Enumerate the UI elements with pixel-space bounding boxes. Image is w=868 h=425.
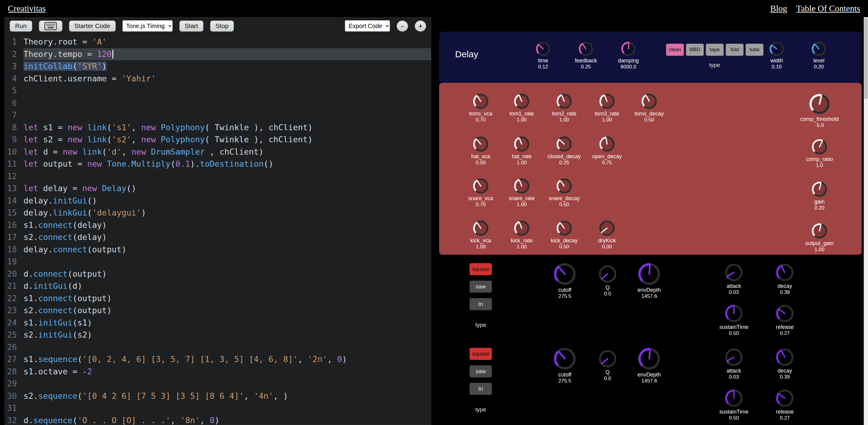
token-pl: (: [170, 159, 176, 169]
knob-closed_decay[interactable]: closed_decay0.25: [543, 135, 585, 165]
knob-tom1_rate[interactable]: tom1_rate1.00: [501, 93, 543, 123]
code-line-27[interactable]: 27s1.sequence('[0, 2, 4, 6] [3, 5, 7] [1…: [5, 353, 431, 366]
wave-button-saw-voice-2[interactable]: saw: [470, 365, 492, 377]
delay-type-tape[interactable]: tape: [706, 44, 724, 56]
code-line-5[interactable]: 5: [5, 85, 431, 97]
wave-button-square-voice-2[interactable]: square: [470, 348, 492, 360]
knob-tom2_rate[interactable]: tom2_rate1.00: [543, 93, 585, 123]
knob-width[interactable]: width0.10: [755, 41, 798, 70]
knob-envDepth[interactable]: envDepth1457.6: [628, 262, 670, 299]
knob-decay[interactable]: decay0.39: [764, 263, 806, 295]
code-line-16[interactable]: 16s1.connect(delay): [5, 219, 431, 232]
code-line-32[interactable]: 32d.sequence('O . . O [O] . . .', '8n', …: [5, 415, 431, 425]
knob-Q[interactable]: Q0.0: [587, 264, 629, 297]
knob-toms_vca[interactable]: toms_vca0.70: [460, 93, 502, 123]
blog-link[interactable]: Blog: [770, 4, 787, 13]
code-line-29[interactable]: 29: [5, 378, 431, 390]
code-line-26[interactable]: 26: [5, 341, 431, 354]
knob-toms_decay[interactable]: toms_decay0.50: [628, 93, 670, 123]
knob-kick_vca[interactable]: kick_vca1.00: [460, 220, 502, 250]
knob-hat_rate[interactable]: hat_rate1.00: [501, 135, 543, 165]
knob-Q[interactable]: Q0.0: [587, 349, 629, 381]
knob-kick_decay[interactable]: kick_decay0.50: [543, 220, 585, 250]
wave-button-saw-voice-1[interactable]: saw: [470, 281, 492, 293]
code-line-2[interactable]: 2Theory.tempo = 120: [5, 48, 431, 61]
knob-damping[interactable]: damping6000.0: [607, 41, 650, 70]
wave-button-tri-voice-1[interactable]: tri: [470, 298, 492, 310]
knob-time[interactable]: time0.12: [522, 41, 564, 70]
knob-envDepth[interactable]: envDepth1457.6: [628, 346, 670, 384]
code-line-19[interactable]: 19: [5, 255, 431, 268]
code-line-11[interactable]: 11let output = new Tone.Multiply(0.1).to…: [5, 158, 431, 170]
knob-attack[interactable]: attack0.03: [713, 347, 755, 380]
knob-tom3_rate[interactable]: tom3_rate1.00: [586, 93, 628, 123]
code-line-31[interactable]: 31: [5, 402, 431, 415]
knob-hat_vca[interactable]: hat_vca0.50: [460, 135, 502, 165]
knob-comp_threshold[interactable]: comp_threshold-5.0: [798, 93, 841, 128]
knob-value: -5.0: [815, 122, 824, 128]
code-area[interactable]: 1Theory.root = 'A'2Theory.tempo = 1203in…: [5, 35, 431, 425]
knob-release[interactable]: release0.27: [764, 304, 806, 336]
knob-release[interactable]: release0.27: [764, 389, 806, 421]
stop-button[interactable]: Stop: [210, 21, 234, 32]
delay-type-BBD[interactable]: BBD: [686, 44, 704, 56]
code-line-21[interactable]: 21d.initGui(d): [5, 280, 431, 292]
knob-feedback[interactable]: feedback0.25: [565, 41, 607, 70]
code-line-12[interactable]: 12: [5, 170, 431, 183]
code-line-4[interactable]: 4chClient.username = 'Yahir': [5, 73, 431, 85]
code-line-24[interactable]: 24s1.initGui(s1): [5, 317, 431, 329]
code-line-23[interactable]: 23s2.connect(output): [5, 304, 431, 317]
code-line-17[interactable]: 17s2.connect(delay): [5, 231, 431, 244]
code-line-10[interactable]: 10let d = new link('d', new DrumSampler …: [5, 146, 431, 158]
wave-button-square-voice-1[interactable]: square: [470, 263, 492, 275]
code-line-content: s2.connect(delay): [24, 231, 431, 244]
knob-output_gain[interactable]: output_gain1.00: [798, 222, 841, 252]
code-line-22[interactable]: 22s1.connect(output): [5, 292, 431, 305]
knob-attack[interactable]: attack0.03: [713, 263, 755, 295]
knob-cutoff[interactable]: cutoff275.5: [544, 346, 586, 384]
knob-cutoff[interactable]: cutoff275.5: [544, 262, 586, 299]
run-button[interactable]: Run: [10, 21, 32, 32]
code-line-7[interactable]: 7: [5, 109, 431, 121]
code-line-8[interactable]: 8let s1 = new link('s1', new Polyphony( …: [5, 121, 431, 134]
code-line-3[interactable]: 3initCollab('SYR'): [5, 60, 431, 73]
wave-button-tri-voice-2[interactable]: tri: [470, 383, 492, 395]
knob-sustainTime[interactable]: sustainTime0.50: [713, 304, 755, 336]
code-line-14[interactable]: 14delay.initGui(): [5, 195, 431, 207]
knob-open_decay[interactable]: open_decay0.75: [586, 135, 628, 165]
start-button[interactable]: Start: [179, 21, 204, 32]
brand-link[interactable]: Creativitas: [8, 4, 46, 13]
code-line-18[interactable]: 18delay.connect(output): [5, 244, 431, 256]
knob-snare_rate[interactable]: snare_rate1.00: [501, 178, 543, 207]
token-num: 2: [87, 367, 92, 376]
knob-snare_decay[interactable]: snare_decay0.50: [543, 178, 585, 207]
delay-type-fold[interactable]: fold: [726, 44, 744, 56]
knob-level[interactable]: level0.20: [798, 41, 840, 70]
knob-gain[interactable]: gain0.20: [798, 181, 841, 211]
scrollbar[interactable]: [864, 17, 868, 425]
scrollbar-thumb[interactable]: [864, 18, 868, 99]
code-line-28[interactable]: 28s1.octave = -2: [5, 366, 431, 378]
starter-code-button[interactable]: Starter Code: [69, 21, 116, 32]
code-line-1[interactable]: 1Theory.root = 'A': [5, 36, 431, 48]
knob-comp_ratio[interactable]: comp_ratio1.0: [798, 138, 841, 168]
code-line-9[interactable]: 9let s2 = new link('s2', new Polyphony( …: [5, 133, 431, 146]
minus-button[interactable]: -: [397, 21, 408, 32]
code-line-25[interactable]: 25s2.initGui(s2): [5, 329, 431, 341]
knob-dryKick[interactable]: dryKick0.00: [586, 220, 628, 250]
code-line-20[interactable]: 20d.connect(output): [5, 268, 431, 280]
toc-link[interactable]: Table Of Contents: [796, 4, 860, 13]
knob-decay[interactable]: decay0.39: [764, 347, 806, 380]
keyboard-button[interactable]: [39, 21, 62, 32]
export-select[interactable]: Export Code: [345, 20, 390, 32]
code-line-13[interactable]: 13let delay = new Delay(): [5, 182, 431, 195]
knob-sustainTime[interactable]: sustainTime0.50: [713, 389, 755, 421]
knob-snare_vca[interactable]: snare_vca0.70: [460, 178, 502, 207]
code-line-15[interactable]: 15delay.linkGui('delaygui'): [5, 207, 431, 219]
code-line-30[interactable]: 30s2.sequence('[0 4 2 6] [7 5 3] [3 5] […: [5, 390, 431, 402]
delay-type-clean[interactable]: clean: [666, 44, 684, 56]
knob-kick_rate[interactable]: kick_rate1.00: [501, 220, 543, 250]
code-line-6[interactable]: 6: [5, 97, 431, 110]
plus-button[interactable]: +: [415, 21, 426, 32]
timing-select[interactable]: Tone.js Timing: [122, 20, 173, 32]
